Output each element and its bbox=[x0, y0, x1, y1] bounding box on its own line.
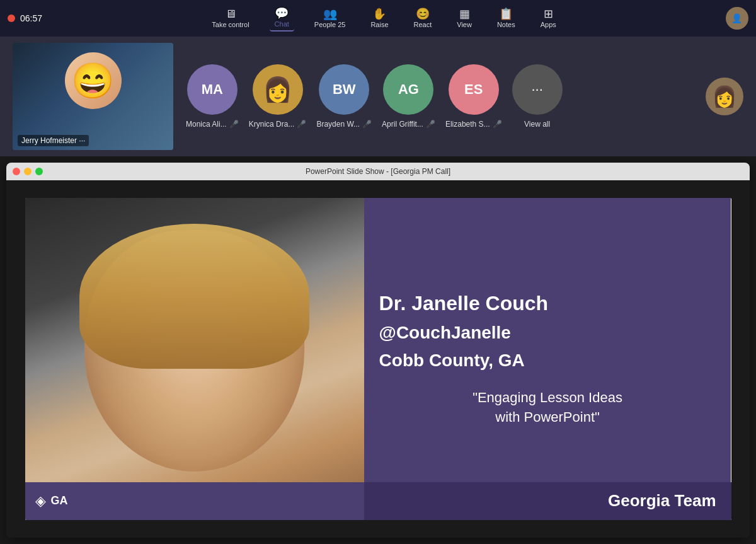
participant-name-bw: Brayden W... bbox=[316, 120, 360, 129]
people-button[interactable]: 👥 People 25 bbox=[309, 6, 351, 31]
slide-location: Cobb County, GA bbox=[379, 350, 716, 371]
ga-text-label: GA bbox=[51, 494, 68, 507]
participant-tile-ag[interactable]: AG April Griffit... 🎤 bbox=[382, 64, 435, 129]
apps-label: Apps bbox=[541, 21, 556, 28]
view-all-label: View all bbox=[524, 120, 550, 129]
chat-button[interactable]: 💬 Chat bbox=[270, 5, 294, 32]
view-all-tile[interactable]: ··· View all bbox=[512, 64, 563, 129]
participant-name-ag: April Griffit... bbox=[382, 120, 423, 129]
take-control-button[interactable]: 🖥 Take control bbox=[207, 6, 254, 31]
avatar-kd: 👩 bbox=[253, 64, 303, 115]
raise-button[interactable]: ✋ Raise bbox=[365, 6, 393, 31]
more-participants-button[interactable]: ··· bbox=[512, 64, 563, 115]
participants-bar: 😄 Jerry Hofmeister ··· MA Monica Ali... … bbox=[0, 37, 756, 156]
slide-bottom-bar: ◈ GA bbox=[25, 482, 364, 520]
avatar-ag: AG bbox=[383, 64, 433, 115]
chat-icon: 💬 bbox=[275, 8, 289, 19]
view-icon: ▦ bbox=[459, 8, 470, 20]
participant-tiles: MA Monica Ali... 🎤 👩 Krynica Dra... 🎤 BW… bbox=[186, 64, 743, 129]
avatar-es: ES bbox=[449, 64, 499, 115]
take-control-icon: 🖥 bbox=[225, 8, 236, 20]
participant-name-es: Elizabeth S... bbox=[445, 120, 490, 129]
participant-tile-es[interactable]: ES Elizabeth S... 🎤 bbox=[445, 64, 502, 129]
mic-icon-ag: 🎤 bbox=[426, 120, 435, 129]
participant-info-bw: Brayden W... 🎤 bbox=[316, 120, 372, 129]
avatar-bw: BW bbox=[319, 64, 369, 115]
maximize-button[interactable] bbox=[35, 168, 43, 175]
apps-button[interactable]: ⊞ Apps bbox=[536, 6, 561, 31]
slide: ◈ GA Dr. Janelle Couch @CouchJanelle Cob… bbox=[25, 198, 731, 519]
view-button[interactable]: ▦ View bbox=[452, 6, 477, 31]
avatar-ma: MA bbox=[187, 64, 238, 115]
presenter-video: 😄 bbox=[13, 43, 173, 150]
notes-icon: 📋 bbox=[499, 8, 513, 20]
minimize-button[interactable] bbox=[24, 168, 32, 175]
participant-tile-bw[interactable]: BW Brayden W... 🎤 bbox=[316, 64, 372, 129]
react-icon: 😊 bbox=[416, 8, 430, 20]
ppt-title: PowerPoint Slide Show - [Georgia PM Call… bbox=[306, 167, 450, 176]
take-control-label: Take control bbox=[212, 21, 249, 28]
slide-photo bbox=[25, 198, 364, 519]
slide-team-bar: Georgia Team bbox=[364, 482, 731, 520]
participant-name-kd: Krynica Dra... bbox=[249, 120, 295, 129]
ppt-content: ◈ GA Dr. Janelle Couch @CouchJanelle Cob… bbox=[6, 180, 750, 538]
presenter-name-label: Jerry Hofmeister ··· bbox=[18, 135, 89, 146]
participant-tile-kd[interactable]: 👩 Krynica Dra... 🎤 bbox=[249, 64, 307, 129]
participant-tile-ma[interactable]: MA Monica Ali... 🎤 bbox=[186, 64, 239, 129]
mic-icon-ma: 🎤 bbox=[229, 120, 239, 129]
user-avatar[interactable]: 👤 bbox=[726, 7, 748, 30]
notes-button[interactable]: 📋 Notes bbox=[492, 6, 520, 31]
slide-right: Dr. Janelle Couch @CouchJanelle Cobb Cou… bbox=[364, 198, 731, 519]
raise-label: Raise bbox=[370, 21, 388, 28]
powerpoint-window: PowerPoint Slide Show - [Georgia PM Call… bbox=[6, 163, 750, 538]
participant-info-ma: Monica Ali... 🎤 bbox=[186, 120, 239, 129]
toolbar: 🖥 Take control 💬 Chat 👥 People 25 ✋ Rais… bbox=[207, 5, 561, 32]
react-button[interactable]: 😊 React bbox=[409, 6, 437, 31]
notes-label: Notes bbox=[497, 21, 515, 28]
chat-label: Chat bbox=[275, 20, 289, 28]
participant-info-ag: April Griffit... 🎤 bbox=[382, 120, 435, 129]
slide-handle: @CouchJanelle bbox=[379, 323, 716, 343]
react-label: React bbox=[414, 21, 432, 28]
slide-person-name: Dr. Janelle Couch bbox=[379, 291, 716, 315]
top-bar: 06:57 🖥 Take control 💬 Chat 👥 People 25 … bbox=[0, 0, 756, 37]
view-label: View bbox=[457, 21, 472, 28]
ga-shape-icon: ◈ bbox=[35, 493, 46, 509]
main-content: PowerPoint Slide Show - [Georgia PM Call… bbox=[0, 156, 756, 544]
call-timer: 06:57 bbox=[20, 13, 42, 23]
mic-icon-bw: 🎤 bbox=[362, 120, 372, 129]
apps-icon: ⊞ bbox=[544, 8, 553, 20]
close-button[interactable] bbox=[13, 168, 20, 175]
people-icon: 👥 bbox=[323, 8, 337, 20]
participant-info-es: Elizabeth S... 🎤 bbox=[445, 120, 502, 129]
slide-photo-area: ◈ GA bbox=[25, 198, 364, 519]
participant-name-ma: Monica Ali... bbox=[186, 120, 227, 129]
right-avatar-area: 👩 bbox=[706, 78, 743, 115]
presenter-tile: 😄 Jerry Hofmeister ··· bbox=[13, 43, 173, 150]
people-label: People 25 bbox=[314, 21, 346, 28]
ppt-titlebar: PowerPoint Slide Show - [Georgia PM Call… bbox=[6, 163, 750, 180]
right-user-avatar[interactable]: 👩 bbox=[706, 78, 743, 115]
top-bar-right: 👤 bbox=[726, 7, 748, 30]
mic-icon-es: 🎤 bbox=[493, 120, 502, 129]
mic-icon-kd: 🎤 bbox=[297, 120, 306, 129]
record-indicator bbox=[8, 14, 15, 22]
top-bar-left: 06:57 bbox=[8, 13, 42, 23]
slide-quote: "Engaging Lesson Ideaswith PowerPoint" bbox=[379, 388, 716, 427]
slide-team-label: Georgia Team bbox=[608, 491, 716, 511]
raise-icon: ✋ bbox=[372, 8, 386, 20]
participant-info-kd: Krynica Dra... 🎤 bbox=[249, 120, 307, 129]
